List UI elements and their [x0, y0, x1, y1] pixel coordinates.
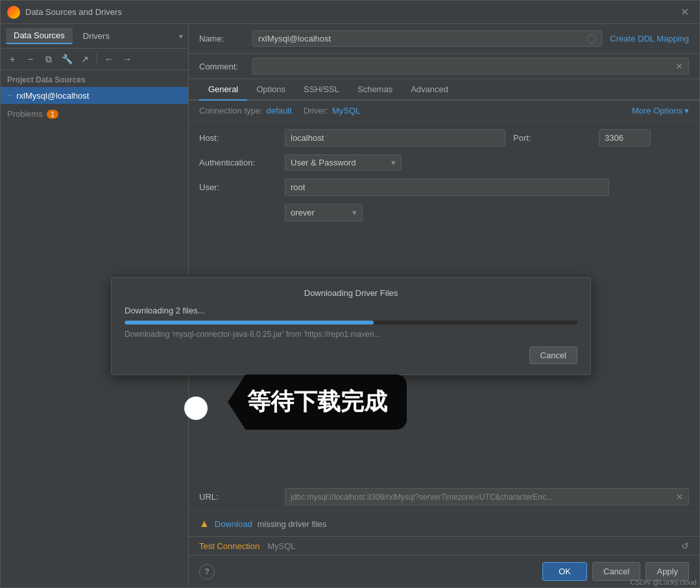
help-button[interactable]: ?: [199, 564, 215, 580]
url-input-wrapper: jdbc:mysql://localhost:3306/rxlMysql?ser…: [285, 488, 689, 506]
driver-value[interactable]: MySQL: [332, 106, 360, 116]
app-icon: [7, 6, 20, 19]
tab-schemas[interactable]: Schemas: [348, 79, 402, 101]
watermark: CSDN @Lucky.cloud: [630, 578, 697, 586]
download-dialog-title: Downloading Driver Files: [125, 288, 577, 298]
conn-type-row: Connection type: default Driver: MySQL M…: [189, 101, 699, 121]
download-warning-text: missing driver files: [258, 519, 327, 529]
db-icon: ~: [7, 90, 12, 101]
window-title: Data Sources and Drivers: [25, 7, 677, 17]
add-button[interactable]: +: [5, 51, 20, 67]
sidebar-item-rxlmysql[interactable]: ~ rxlMysql@localhost: [1, 87, 188, 104]
url-label: URL:: [199, 492, 277, 502]
tab-options[interactable]: Options: [247, 79, 295, 101]
sidebar-tab-datasources[interactable]: Data Sources: [6, 28, 73, 44]
auth-select-chevron-icon: ▾: [391, 158, 396, 167]
settings-button[interactable]: 🔧: [59, 51, 75, 67]
sidebar-item-label: rxlMysql@localhost: [16, 91, 89, 101]
save-forever-select[interactable]: orever ▾: [285, 204, 363, 221]
name-input[interactable]: [258, 34, 587, 43]
sidebar-tab-drivers[interactable]: Drivers: [75, 29, 117, 43]
chinese-tooltip: 等待下载完成: [228, 374, 407, 430]
url-clear-icon[interactable]: ✕: [676, 492, 683, 502]
create-ddl-button[interactable]: Create DDL Mapping: [610, 34, 689, 43]
user-label: User:: [199, 182, 277, 192]
problems-badge: 1: [47, 110, 58, 119]
auth-select[interactable]: User & Password ▾: [285, 154, 402, 171]
comment-label: Comment:: [199, 62, 245, 71]
download-link[interactable]: Download: [215, 519, 252, 529]
download-btn-row: Cancel: [125, 347, 577, 364]
user-row: User:: [199, 178, 689, 196]
title-bar: Data Sources and Drivers ✕: [1, 1, 699, 24]
annotation-circle: [184, 397, 208, 420]
problems-label: Problems: [7, 109, 43, 119]
name-row: Name: Create DDL Mapping: [189, 24, 699, 54]
bottom-tabs-row: Test Connection MySQL ↺: [189, 536, 699, 555]
comment-row: Comment: ✕: [189, 54, 699, 79]
main-tabs: General Options SSH/SSL Schemas Advanced: [189, 79, 699, 101]
save-row: orever ▾: [199, 204, 689, 221]
sidebar-tabs: Data Sources Drivers ▾: [1, 24, 188, 49]
test-connection-button[interactable]: Test Connection: [199, 541, 259, 551]
auth-label: Authentication:: [199, 158, 277, 167]
forever-text: orever: [291, 208, 352, 217]
forward-button[interactable]: →: [119, 51, 135, 67]
port-label: Port:: [513, 133, 591, 143]
auth-select-text: User & Password: [291, 158, 391, 167]
download-cancel-button[interactable]: Cancel: [529, 347, 577, 364]
port-input[interactable]: [599, 129, 651, 147]
user-input[interactable]: [285, 178, 609, 196]
ok-button[interactable]: OK: [542, 562, 587, 581]
action-buttons-row: ? OK Cancel Apply: [189, 555, 699, 587]
conn-type-value[interactable]: default: [267, 106, 292, 116]
conn-type-label: Connection type:: [199, 106, 263, 116]
host-label: Host:: [199, 133, 277, 143]
sidebar-tab-dropdown[interactable]: ▾: [179, 32, 183, 41]
download-warning-row: ▲ Download missing driver files: [189, 511, 699, 536]
tab-advanced[interactable]: Advanced: [402, 79, 457, 101]
name-label: Name:: [199, 34, 245, 43]
download-dialog: Downloading Driver Files Downloading 2 f…: [111, 277, 591, 375]
name-circle-icon: [587, 34, 596, 43]
tab-sshssl[interactable]: SSH/SSL: [295, 79, 348, 101]
download-status: Downloading 2 files...: [125, 306, 577, 315]
comment-input[interactable]: [258, 62, 675, 71]
driver-label: Driver:: [304, 106, 328, 116]
sidebar-toolbar: + − ⧉ 🔧 ↗ ← →: [1, 49, 188, 70]
close-button[interactable]: ✕: [677, 5, 693, 19]
progress-bar-bg: [125, 321, 577, 325]
more-options-label: More Options: [632, 106, 682, 116]
refresh-icon[interactable]: ↺: [681, 541, 689, 551]
host-row: Host: Port:: [199, 129, 689, 147]
project-data-sources-label: Project Data Sources: [1, 70, 188, 87]
db-label: MySQL: [267, 541, 295, 551]
form-area: Host: Port: Authentication: User & Passw…: [189, 121, 699, 229]
toolbar-divider: [97, 53, 97, 65]
progress-bar-fill: [125, 321, 374, 325]
remove-button[interactable]: −: [23, 51, 38, 67]
auth-row: Authentication: User & Password ▾: [199, 154, 689, 171]
comment-input-wrapper: ✕: [252, 58, 689, 75]
download-filename: Downloading 'mysql-connector-java-8.0.25…: [125, 330, 577, 339]
forever-chevron-icon: ▾: [352, 208, 357, 217]
url-text: jdbc:mysql://localhost:3306/rxlMysql?ser…: [291, 493, 676, 502]
copy-button[interactable]: ⧉: [41, 51, 56, 67]
problems-section: Problems 1: [1, 104, 188, 124]
export-button[interactable]: ↗: [77, 51, 93, 67]
warning-icon: ▲: [199, 518, 210, 530]
comment-clear-icon[interactable]: ✕: [675, 61, 683, 71]
back-button[interactable]: ←: [101, 51, 117, 67]
url-row: URL: jdbc:mysql://localhost:3306/rxlMysq…: [189, 483, 699, 511]
host-input[interactable]: [285, 129, 505, 147]
more-options-chevron-icon: ▾: [684, 106, 689, 116]
more-options-button[interactable]: More Options ▾: [632, 106, 689, 116]
name-input-wrapper: [252, 31, 602, 47]
tab-general[interactable]: General: [199, 79, 247, 101]
